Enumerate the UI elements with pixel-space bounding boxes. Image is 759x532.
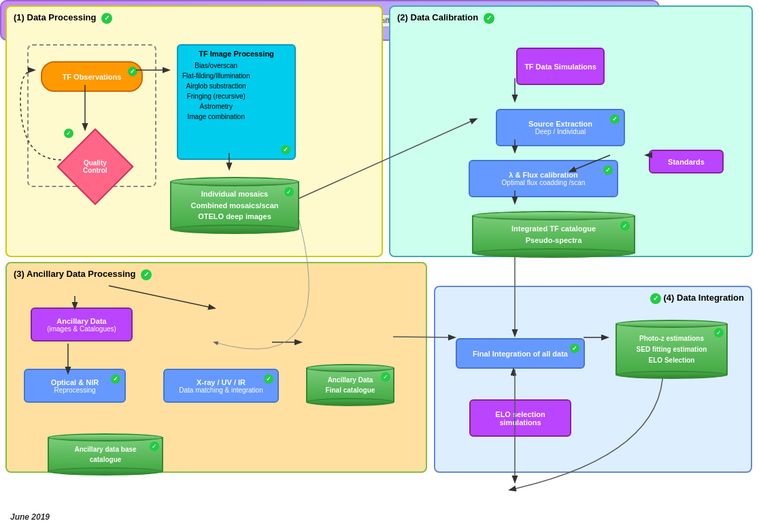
tf-image-processing-box: TF Image Processing Bias/overscan Flat-f… [177, 44, 296, 160]
integrated-catalogue-container: Integrated TF cataloguePseudo-spectra ✓ [472, 211, 635, 258]
ancillary-data-label: Ancillary Data [56, 317, 106, 325]
anc-db-top [48, 433, 163, 442]
catalogue-body: Integrated TF cataloguePseudo-spectra ✓ [472, 216, 635, 253]
catalogue-bottom [472, 248, 635, 258]
mosaics-cylinder-bottom [170, 225, 299, 234]
anc-final-top [306, 364, 394, 372]
section2-title: (2) Data Calibration ✓ [397, 12, 494, 24]
catalogue-label: Integrated TF cataloguePseudo-spectra [511, 223, 596, 246]
optical-nir-sub: Reprocessing [54, 386, 95, 394]
section3-ancillary: (3) Ancillary Data Processing ✓ Ancillar… [5, 262, 427, 473]
catalogue-check: ✓ [620, 221, 630, 231]
june-label: June 2019 [10, 512, 50, 522]
photoz-bottom [615, 371, 728, 379]
quality-control-label: QualityControl [83, 159, 107, 174]
photoz-check: ✓ [714, 328, 724, 337]
xray-label: X-ray / UV / IR [197, 378, 246, 386]
photoz-body: Photo-z estimationsSED fitting estimatio… [615, 324, 728, 375]
optical-check: ✓ [111, 374, 120, 384]
elo-simulations-box: ELO selection simulations [469, 399, 571, 437]
tf-image-check: ✓ [281, 145, 290, 154]
anc-db-label: Ancillary data basecatalogue [74, 444, 136, 465]
tf-image-title: TF Image Processing [182, 50, 290, 58]
mosaics-label: Individual mosaicsCombined mosaics/scanO… [191, 188, 279, 222]
photoz-container: Photo-z estimationsSED fitting estimatio… [615, 320, 728, 379]
mosaics-cylinder-top [170, 177, 299, 186]
elo-sim-label: ELO selection simulations [475, 410, 566, 427]
section4-check: ✓ [650, 293, 661, 304]
mosaics-cylinder-body: Individual mosaicsCombined mosaics/scanO… [170, 182, 299, 229]
section3-title: (3) Ancillary Data Processing ✓ [14, 269, 152, 280]
optical-nir-label: Optical & NIR [51, 378, 99, 386]
tf-observations-box: TF Observations ✓ [41, 61, 143, 92]
section1-check: ✓ [101, 13, 112, 24]
tf-sim-label: TF Data Simulations [524, 63, 596, 71]
tf-image-items: Bias/overscan Flat-filding/Illumination … [182, 61, 250, 122]
final-integration-box: Final Integration of all data ✓ [456, 338, 585, 369]
anc-db-body: Ancillary data basecatalogue ✓ [48, 437, 163, 471]
ancillary-db-container: Ancillary data basecatalogue ✓ [48, 433, 163, 476]
ancillary-data-sub: (images & Catalogues) [47, 325, 116, 333]
tf-observations-label: TF Observations [63, 73, 122, 81]
xray-box: X-ray / UV / IR Data matching & integrat… [163, 369, 279, 403]
standards-label: Standards [668, 158, 705, 166]
section1-title: (1) Data Processing ✓ [14, 12, 112, 24]
anc-db-bottom [48, 467, 163, 476]
section2-data-calibration: (2) Data Calibration ✓ TF Data Simulatio… [389, 5, 753, 257]
final-int-check: ✓ [570, 344, 579, 353]
section4-data-integration: ✓ (4) Data Integration Final Integration… [434, 286, 752, 473]
main-container: (1) Data Processing ✓ TF Observations ✓ … [0, 0, 759, 532]
anc-final-bottom [306, 398, 394, 406]
standards-box: Standards [649, 150, 724, 173]
lambda-check: ✓ [603, 165, 613, 175]
section3-check: ✓ [141, 269, 152, 280]
final-integration-label: Final Integration of all data [473, 350, 568, 358]
ancillary-data-box: Ancillary Data (images & Catalogues) [31, 307, 133, 342]
xray-check: ✓ [264, 374, 273, 384]
anc-final-check: ✓ [381, 372, 390, 382]
photoz-label: Photo-z estimationsSED fitting estimatio… [637, 333, 707, 366]
source-extraction-sub: Deep / Individual [535, 128, 586, 135]
quality-check: ✓ [64, 129, 73, 138]
mosaics-container: Individual mosaicsCombined mosaics/scanO… [170, 177, 299, 234]
photoz-top [615, 320, 728, 328]
tf-obs-check: ✓ [128, 67, 137, 76]
catalogue-top [472, 211, 635, 220]
anc-final-body: Ancillary DataFinal catalogue ✓ [306, 368, 394, 402]
ancillary-final-container: Ancillary DataFinal catalogue ✓ [306, 364, 394, 406]
section4-title: ✓ (4) Data Integration [647, 293, 744, 304]
xray-sub: Data matching & integration [179, 386, 263, 394]
anc-final-label: Ancillary DataFinal catalogue [326, 375, 375, 395]
source-extraction-box: Source Extraction Deep / Individual ✓ [496, 109, 625, 146]
optical-nir-box: Optical & NIR Reprocessing ✓ [24, 369, 126, 403]
section1-data-processing: (1) Data Processing ✓ TF Observations ✓ … [5, 5, 383, 257]
anc-db-check: ✓ [150, 442, 159, 451]
lambda-flux-box: λ & Flux calibration Optimal flux coaddi… [469, 160, 618, 197]
mosaics-check: ✓ [284, 187, 294, 197]
section2-check: ✓ [484, 13, 494, 24]
lambda-flux-sub: Optimal flux coadding /scan [502, 179, 586, 186]
tf-data-simulations-box: TF Data Simulations [516, 48, 605, 85]
source-extraction-check: ✓ [610, 114, 620, 124]
source-extraction-label: Source Extraction [528, 120, 592, 128]
lambda-flux-label: λ & Flux calibration [509, 171, 577, 179]
